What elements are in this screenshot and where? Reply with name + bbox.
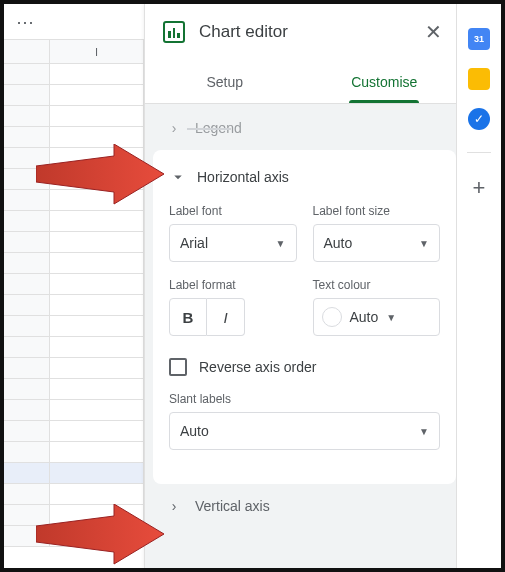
colour-swatch xyxy=(322,307,342,327)
label-format-label: Label format xyxy=(169,278,297,292)
label-font-select[interactable]: Arial ▼ xyxy=(169,224,297,262)
spreadsheet-background: ⋯ I xyxy=(4,4,144,568)
chart-icon xyxy=(163,21,185,43)
more-menu-icon[interactable]: ⋯ xyxy=(16,11,36,33)
text-colour-label: Text colour xyxy=(313,278,441,292)
dropdown-icon: ▼ xyxy=(386,312,396,323)
spreadsheet-grid[interactable]: I xyxy=(4,40,144,568)
reverse-axis-row[interactable]: Reverse axis order xyxy=(169,358,440,376)
separator xyxy=(467,152,491,153)
label-font-size-label: Label font size xyxy=(313,204,441,218)
label-format-group: B I xyxy=(169,298,297,336)
section-horizontal-axis: Horizontal axis Label font Arial ▼ Label… xyxy=(153,150,456,484)
panel-header: Chart editor ✕ xyxy=(145,4,464,60)
side-panel-rail: + xyxy=(456,4,501,568)
column-header[interactable]: I xyxy=(50,40,143,63)
dropdown-icon: ▼ xyxy=(419,426,429,437)
section-title: Horizontal axis xyxy=(197,169,289,185)
dropdown-icon: ▼ xyxy=(276,238,286,249)
svg-marker-0 xyxy=(36,144,164,204)
tab-customise[interactable]: Customise xyxy=(305,60,465,103)
section-vertical-axis[interactable]: › Vertical axis xyxy=(153,488,456,524)
chevron-down-icon xyxy=(169,168,187,186)
close-button[interactable]: ✕ xyxy=(421,16,446,48)
bold-button[interactable]: B xyxy=(169,298,207,336)
label-font-size-select[interactable]: Auto ▼ xyxy=(313,224,441,262)
chevron-right-icon: › xyxy=(165,120,183,136)
calendar-icon[interactable] xyxy=(468,28,490,50)
tab-setup[interactable]: Setup xyxy=(145,60,305,103)
section-toggle[interactable]: Horizontal axis xyxy=(169,168,440,186)
text-colour-select[interactable]: Auto ▼ xyxy=(313,298,441,336)
section-legend[interactable]: › Legend xyxy=(153,110,456,146)
panel-title: Chart editor xyxy=(199,22,421,42)
label-font-label: Label font xyxy=(169,204,297,218)
add-addon-button[interactable]: + xyxy=(473,175,486,201)
chevron-right-icon: › xyxy=(165,498,183,514)
annotation-arrow xyxy=(36,144,164,214)
chart-editor-panel: Chart editor ✕ Setup Customise › Legend … xyxy=(144,4,464,568)
panel-body: › Legend Horizontal axis Label font Aria… xyxy=(145,104,464,568)
section-label: Vertical axis xyxy=(195,498,270,514)
dropdown-icon: ▼ xyxy=(419,238,429,249)
select-all-corner[interactable] xyxy=(4,40,50,63)
slant-labels-label: Slant labels xyxy=(169,392,440,406)
tabs: Setup Customise xyxy=(145,60,464,104)
svg-marker-1 xyxy=(36,504,164,564)
section-label: Legend xyxy=(195,120,242,136)
sheet-toolbar: ⋯ xyxy=(4,4,144,40)
slant-labels-select[interactable]: Auto ▼ xyxy=(169,412,440,450)
tasks-icon[interactable] xyxy=(468,108,490,130)
keep-icon[interactable] xyxy=(468,68,490,90)
italic-button[interactable]: I xyxy=(207,298,245,336)
annotation-arrow xyxy=(36,504,164,572)
reverse-axis-label: Reverse axis order xyxy=(199,359,317,375)
reverse-axis-checkbox[interactable] xyxy=(169,358,187,376)
